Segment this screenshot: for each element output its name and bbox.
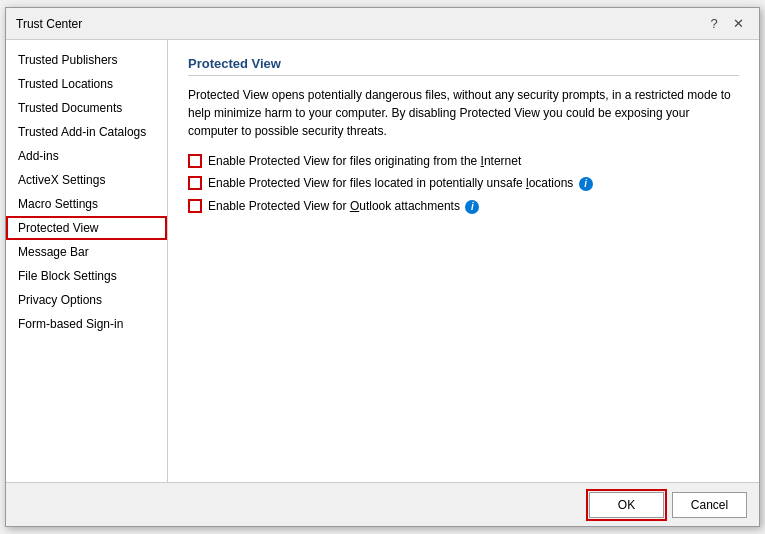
info-icon-outlook[interactable]: i bbox=[465, 200, 479, 214]
title-bar-left: Trust Center bbox=[16, 17, 82, 31]
sidebar-item-macro-settings[interactable]: Macro Settings bbox=[6, 192, 167, 216]
ok-button[interactable]: OK bbox=[589, 492, 664, 518]
sidebar-item-activex-settings[interactable]: ActiveX Settings bbox=[6, 168, 167, 192]
cancel-button[interactable]: Cancel bbox=[672, 492, 747, 518]
description-text: Protected View opens potentially dangero… bbox=[188, 86, 739, 140]
title-bar: Trust Center ? ✕ bbox=[6, 8, 759, 40]
help-button[interactable]: ? bbox=[703, 13, 725, 35]
checkbox-internet[interactable] bbox=[188, 154, 202, 168]
sidebar-item-trusted-addin-catalogs[interactable]: Trusted Add-in Catalogs bbox=[6, 120, 167, 144]
checkbox-unsafe-locations[interactable] bbox=[188, 176, 202, 190]
sidebar-item-protected-view[interactable]: Protected View bbox=[6, 216, 167, 240]
checkbox-row-internet: Enable Protected View for files originat… bbox=[188, 154, 739, 168]
checkbox-row-unsafe-locations: Enable Protected View for files located … bbox=[188, 176, 739, 191]
checkbox-outlook[interactable] bbox=[188, 199, 202, 213]
section-title: Protected View bbox=[188, 56, 739, 76]
checkbox-outlook-label: Enable Protected View for Outlook attach… bbox=[208, 199, 479, 214]
sidebar-item-message-bar[interactable]: Message Bar bbox=[6, 240, 167, 264]
dialog-footer: OK Cancel bbox=[6, 482, 759, 526]
dialog-title: Trust Center bbox=[16, 17, 82, 31]
sidebar-item-trusted-publishers[interactable]: Trusted Publishers bbox=[6, 48, 167, 72]
trust-center-dialog: Trust Center ? ✕ Trusted Publishers Trus… bbox=[5, 7, 760, 527]
info-icon-unsafe-locations[interactable]: i bbox=[579, 177, 593, 191]
main-content: Protected View Protected View opens pote… bbox=[168, 40, 759, 482]
sidebar-item-add-ins[interactable]: Add-ins bbox=[6, 144, 167, 168]
sidebar-item-trusted-documents[interactable]: Trusted Documents bbox=[6, 96, 167, 120]
sidebar-item-trusted-locations[interactable]: Trusted Locations bbox=[6, 72, 167, 96]
checkbox-unsafe-locations-label: Enable Protected View for files located … bbox=[208, 176, 593, 191]
checkbox-internet-label: Enable Protected View for files originat… bbox=[208, 154, 521, 168]
close-button[interactable]: ✕ bbox=[727, 13, 749, 35]
title-bar-buttons: ? ✕ bbox=[703, 13, 749, 35]
sidebar-item-form-based-sign-in[interactable]: Form-based Sign-in bbox=[6, 312, 167, 336]
sidebar-item-privacy-options[interactable]: Privacy Options bbox=[6, 288, 167, 312]
checkbox-row-outlook: Enable Protected View for Outlook attach… bbox=[188, 199, 739, 214]
dialog-body: Trusted Publishers Trusted Locations Tru… bbox=[6, 40, 759, 482]
sidebar: Trusted Publishers Trusted Locations Tru… bbox=[6, 40, 168, 482]
sidebar-item-file-block-settings[interactable]: File Block Settings bbox=[6, 264, 167, 288]
